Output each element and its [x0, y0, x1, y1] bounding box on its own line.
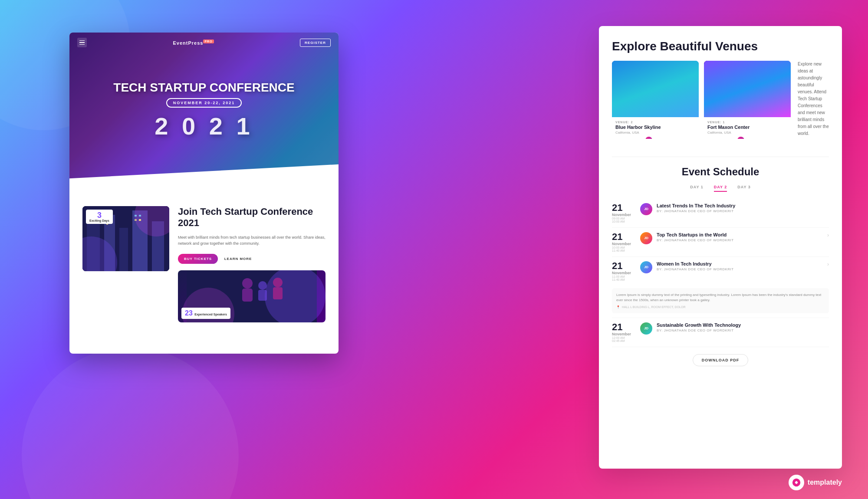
venue-1-name: Blue Harbor Skyline [615, 125, 695, 130]
schedule-speaker-2: BY: JHONATHAN DOE CEO OF WORDKRIT [657, 238, 823, 242]
venue-1-label: VENUE: 2 [615, 121, 695, 124]
svg-rect-31 [663, 69, 667, 73]
schedule-time-3: 11:00 AM [612, 275, 625, 278]
bg-decoration-2 [22, 347, 239, 499]
venue-card-2: VENUE: 1 Fort Maxon Center California, U… [704, 61, 791, 139]
svg-line-47 [747, 61, 773, 117]
schedule-event-title-4: Sustainable Growth With Technology [657, 322, 829, 328]
venue-2-info: VENUE: 1 Fort Maxon Center California, U… [704, 117, 791, 139]
schedule-speaker-3: BY: JHONATHAN DOE CEO OF WORDKRIT [657, 267, 823, 271]
schedule-item-3: 21 November 11:00 AM 11:40 AM JD Women I… [612, 257, 829, 318]
venue-1-tour[interactable]: VIRTUAL TOUR ▶ [615, 137, 695, 139]
schedule-time-end-1: 10:00 AM [612, 220, 625, 223]
venue-2-location: California, USA [707, 131, 787, 135]
svg-line-41 [704, 74, 791, 87]
schedule-speaker-4: BY: JHONATHAN DOE CEO OF WORDKRIT [657, 328, 829, 332]
svg-rect-29 [653, 69, 656, 73]
venue-2-graphic [704, 61, 791, 117]
svg-rect-21 [258, 290, 267, 301]
schedule-month-3: November [612, 271, 631, 275]
register-button[interactable]: REGISTER [300, 39, 331, 47]
svg-line-46 [730, 61, 756, 117]
svg-line-42 [704, 82, 791, 95]
buy-tickets-button[interactable]: BUY TICKETS [178, 254, 218, 264]
svg-rect-36 [663, 75, 667, 78]
section-title: Join Tech Startup Conference 2021 [178, 206, 326, 229]
svg-rect-33 [648, 75, 651, 78]
svg-rect-28 [648, 69, 651, 73]
schedule-day-4: 21 November 12:00 AM 02:45 AM [612, 322, 636, 342]
templately-branding: templately [789, 475, 842, 490]
nav-logo: EventPressPRO [173, 40, 214, 46]
venues-section: Explore Beautiful Venues [612, 39, 829, 146]
svg-rect-13 [135, 219, 137, 221]
schedule-day-3: 21 November 11:00 AM 11:40 AM [612, 261, 636, 281]
schedule-time-4: 12:00 AM [612, 336, 625, 339]
schedule-time-end-2: 11:40 AM [612, 249, 625, 252]
svg-rect-40 [704, 61, 791, 117]
schedule-chevron-3[interactable]: › [827, 261, 829, 267]
svg-point-37 [619, 70, 622, 73]
schedule-item-3-header: 21 November 11:00 AM 11:40 AM JD Women I… [612, 261, 829, 281]
svg-rect-14 [139, 219, 141, 221]
schedule-date-1: 21 [612, 203, 622, 213]
svg-line-45 [713, 61, 739, 117]
svg-rect-11 [135, 215, 137, 217]
svg-point-38 [685, 66, 687, 68]
schedule-expanded-3: Lorem Ipsum is simply dummy text of the … [612, 288, 829, 313]
schedule-day-1: 21 November 09:00 AM 10:00 AM [612, 203, 636, 223]
svg-rect-19 [242, 289, 253, 302]
schedule-month-2: November [612, 242, 631, 246]
schedule-day-2: 21 November 10:00 AM 11:40 AM [612, 232, 636, 252]
venue-2-play-icon: ▶ [737, 137, 744, 139]
schedule-date-3: 21 [612, 261, 622, 271]
venues-bottom: VENUE: 2 Blue Harbor Skyline California,… [612, 61, 829, 146]
download-pdf-button[interactable]: DOWNLOAD PDF [693, 354, 749, 366]
svg-rect-12 [139, 215, 141, 217]
schedule-expanded-text-3: Lorem Ipsum is simply dummy text of the … [616, 292, 825, 303]
hero-year: 2 0 2 1 [155, 112, 253, 140]
schedule-avatar-4: JD [640, 322, 652, 335]
hero-title: TECH STARTUP CONFERENCE [113, 81, 294, 95]
venues-description: Explore new ideas at astoundingly beauti… [798, 61, 829, 137]
venue-2-tour[interactable]: VIRTUAL TOUR ▶ [707, 137, 787, 139]
venue-2-label: VENUE: 1 [707, 121, 787, 124]
schedule-location-3: 📍 HALL L BUILDING L, ROOM EFFECT, DOLOR [616, 305, 825, 309]
hero-overlay: TECH STARTUP CONFERENCE NOVEMBER 20-22, … [69, 33, 339, 189]
svg-rect-35 [658, 75, 661, 78]
schedule-avatar-1: JD [640, 203, 652, 215]
learn-more-button[interactable]: LEARN MORE [224, 257, 252, 261]
venue-2-image [704, 61, 791, 117]
schedule-month-1: November [612, 213, 631, 217]
templately-label: templately [808, 479, 842, 486]
hero-date-badge: NOVEMBER 20-22, 2021 [166, 98, 242, 108]
tab-day1[interactable]: DAY 1 [690, 185, 704, 192]
svg-rect-32 [642, 75, 646, 78]
schedule-chevron-2[interactable]: › [827, 232, 829, 238]
speakers-badge: 23 Experienced Speakers [181, 308, 230, 319]
tab-day3[interactable]: DAY 3 [737, 185, 751, 192]
left-panel-mockup: EventPressPRO REGISTER TECH STARTUP CONF… [69, 33, 339, 354]
tab-day2[interactable]: DAY 2 [714, 185, 727, 192]
menu-icon[interactable] [77, 38, 87, 47]
svg-point-50 [795, 481, 798, 484]
venue-1-info: VENUE: 2 Blue Harbor Skyline California,… [612, 117, 699, 139]
venue-1-play-icon: ▶ [645, 137, 652, 139]
venue-card-1: VENUE: 2 Blue Harbor Skyline California,… [612, 61, 699, 139]
templately-logo-icon [792, 478, 801, 487]
content-left: 3 Exciting Days [82, 206, 169, 322]
venues-title: Explore Beautiful Venues [612, 39, 829, 54]
schedule-avatar-2: JD [640, 232, 652, 244]
schedule-item-4: 21 November 12:00 AM 02:45 AM JD Sustain… [612, 318, 829, 347]
venue-1-tour-label: VIRTUAL TOUR [615, 138, 643, 139]
venue-2-name: Fort Maxon Center [707, 125, 787, 130]
days-badge: 3 Exciting Days [86, 210, 113, 224]
speakers-card: 23 Experienced Speakers [178, 270, 326, 322]
schedule-time-1: 09:00 AM [612, 217, 625, 220]
menu-line-2 [79, 42, 85, 43]
schedule-event-title-1: Latest Trends In The Tech Industry [657, 203, 829, 208]
schedule-avatar-3: JD [640, 261, 652, 273]
days-card: 3 Exciting Days [82, 206, 169, 271]
venue-1-image [612, 61, 699, 117]
schedule-event-title-2: Top Tech Startups in the World [657, 232, 823, 237]
